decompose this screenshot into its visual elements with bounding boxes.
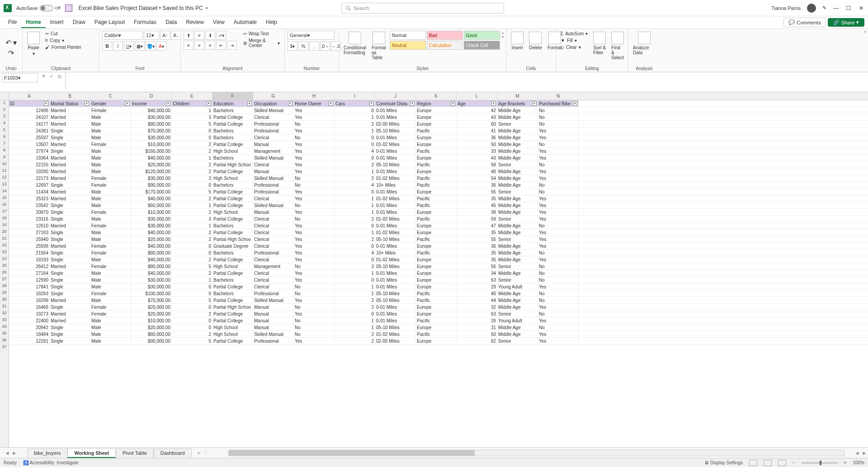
cell[interactable]: Male: [90, 277, 131, 283]
cell[interactable]: Partial College: [212, 168, 253, 175]
cell[interactable]: No: [294, 304, 335, 310]
cell[interactable]: Yes: [294, 277, 335, 283]
cell[interactable]: Yes: [538, 216, 579, 222]
fill-button[interactable]: ▼ Fill ▾: [559, 38, 590, 43]
cell[interactable]: Single: [50, 324, 90, 330]
table-row[interactable]: 12291SingleMale$90,000.005Partial Colleg…: [9, 338, 868, 344]
cell[interactable]: Partial College: [212, 216, 253, 222]
cell[interactable]: $30,000.00: [131, 222, 172, 229]
cell[interactable]: 10+ Miles: [375, 250, 416, 256]
cell[interactable]: Partial College: [212, 317, 253, 324]
cell[interactable]: No: [294, 216, 335, 222]
filter-icon[interactable]: ▾: [451, 101, 455, 106]
cell[interactable]: 2: [335, 304, 375, 310]
table-row[interactable]: 13507MarriedFemale$10,000.002Partial Col…: [9, 141, 868, 148]
cell[interactable]: 05-10 Miles: [375, 324, 416, 330]
table-row[interactable]: 26412MarriedFemale$80,000.005High School…: [9, 263, 868, 270]
cell[interactable]: Professional: [253, 127, 294, 134]
cell[interactable]: 24381: [9, 127, 50, 134]
cell[interactable]: 12590: [9, 277, 50, 283]
clear-button[interactable]: ◇ Clear ▾: [559, 44, 590, 50]
cell[interactable]: 25597: [9, 134, 50, 141]
cell[interactable]: Yes: [294, 270, 335, 276]
cell[interactable]: 0: [335, 311, 375, 317]
cell[interactable]: Male: [90, 195, 131, 202]
cell[interactable]: 0-01 Miles: [375, 209, 416, 215]
cell[interactable]: Europe: [416, 270, 457, 276]
column-header-E[interactable]: E: [172, 92, 212, 100]
cell[interactable]: No: [294, 202, 335, 208]
cell[interactable]: Bachelors: [212, 107, 253, 113]
align-middle-button[interactable]: ≡: [194, 31, 204, 40]
row-header-31[interactable]: 31: [0, 304, 9, 311]
cell[interactable]: 1: [335, 229, 375, 236]
cell[interactable]: $80,000.00: [131, 263, 172, 269]
table-row[interactable]: 25597SingleMale$30,000.000BachelorsCleri…: [9, 134, 868, 141]
row-header-2[interactable]: 2: [0, 107, 9, 114]
cell[interactable]: 36: [457, 182, 497, 188]
table-row[interactable]: 18283SingleFemale$100,000.000BachelorsPr…: [9, 290, 868, 297]
zoom-level[interactable]: 100%: [853, 460, 864, 465]
cell[interactable]: Pacific: [416, 202, 457, 208]
row-header-32[interactable]: 32: [0, 311, 9, 317]
cell[interactable]: $90,000.00: [131, 182, 172, 188]
cell[interactable]: Female: [90, 250, 131, 256]
cell[interactable]: Female: [90, 263, 131, 269]
cell[interactable]: No: [294, 290, 335, 297]
zoom-in-button[interactable]: +: [844, 460, 847, 465]
undo-icon[interactable]: ↶ ▾: [5, 38, 17, 47]
close-button[interactable]: ✕: [858, 5, 864, 11]
cell[interactable]: 35: [457, 250, 497, 256]
column-header-G[interactable]: G: [253, 92, 294, 100]
cell[interactable]: 43: [457, 114, 497, 120]
cell[interactable]: 27183: [9, 229, 50, 236]
cell[interactable]: Single: [50, 304, 90, 310]
table-row[interactable]: 12610MarriedFemale$30,000.001BachelorsCl…: [9, 222, 868, 229]
table-row[interactable]: 19364MarriedMale$40,000.001BachelorsSkil…: [9, 155, 868, 161]
cell[interactable]: Clerical: [253, 243, 294, 249]
row-header-9[interactable]: 9: [0, 155, 9, 161]
table-row[interactable]: 27974SingleMale$160,000.002High SchoolMa…: [9, 148, 868, 155]
align-right-button[interactable]: ≡: [205, 41, 215, 50]
cell[interactable]: 2: [335, 175, 375, 181]
cell[interactable]: 31: [457, 324, 497, 330]
table-header-marital-status[interactable]: Marital Status▾: [50, 100, 90, 107]
cell[interactable]: Female: [90, 209, 131, 215]
sheet-tab-bike_buyers[interactable]: bike_buyers: [27, 448, 67, 458]
cell[interactable]: Male: [90, 114, 131, 120]
cell[interactable]: 0: [172, 290, 212, 297]
table-row[interactable]: 25323MarriedMale$40,000.002Partial Colle…: [9, 195, 868, 202]
cell[interactable]: Single: [50, 290, 90, 297]
tab-file[interactable]: File: [4, 17, 21, 28]
cell[interactable]: Married: [50, 195, 90, 202]
cell[interactable]: Pacific: [416, 148, 457, 154]
cell[interactable]: 05-10 Miles: [375, 263, 416, 269]
filter-icon[interactable]: ▾: [532, 101, 537, 106]
formula-input[interactable]: [65, 72, 868, 90]
cell[interactable]: Male: [90, 338, 131, 344]
cell[interactable]: 38: [457, 209, 497, 215]
cell[interactable]: No: [294, 317, 335, 324]
cell[interactable]: Partial College: [212, 338, 253, 344]
cell[interactable]: Female: [90, 243, 131, 249]
underline-button[interactable]: U▾: [124, 42, 134, 51]
column-header-K[interactable]: K: [416, 92, 457, 100]
cell[interactable]: 1: [335, 270, 375, 276]
column-header-C[interactable]: C: [90, 92, 131, 100]
cell[interactable]: Yes: [538, 317, 579, 324]
chevron-down-icon[interactable]: ▾: [206, 6, 208, 10]
cell[interactable]: Pacific: [416, 216, 457, 222]
cell[interactable]: 63: [457, 311, 497, 317]
cell[interactable]: 1: [335, 283, 375, 290]
cell[interactable]: 0-01 Miles: [375, 114, 416, 120]
cell[interactable]: Male: [90, 121, 131, 127]
table-row[interactable]: 22155MarriedMale$20,000.002Partial High …: [9, 161, 868, 168]
row-header-7[interactable]: 7: [0, 141, 9, 148]
cell[interactable]: Senior: [497, 216, 538, 222]
cell[interactable]: Yes: [294, 168, 335, 175]
cell[interactable]: Yes: [294, 189, 335, 195]
cell[interactable]: Middle Age: [497, 229, 538, 236]
cell[interactable]: 01-02 Miles: [375, 141, 416, 147]
cell[interactable]: Pacific: [416, 161, 457, 168]
cell[interactable]: Married: [50, 161, 90, 168]
